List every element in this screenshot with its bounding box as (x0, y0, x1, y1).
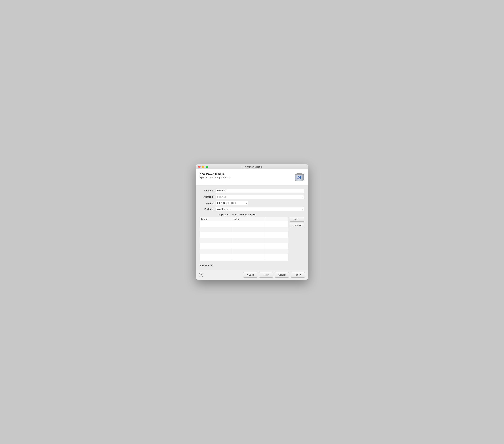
table-row (200, 249, 288, 254)
cell-name-2 (200, 227, 232, 232)
help-button[interactable]: ? (199, 273, 203, 277)
group-id-label: Group Id: (200, 189, 216, 192)
group-id-chevron-icon: ⌄ (302, 190, 303, 192)
back-button[interactable]: < Back (243, 272, 257, 278)
table-buttons: Add... Remove (290, 217, 304, 261)
advanced-section[interactable]: ▶ Advanced (200, 264, 304, 266)
artifact-id-label: Artifact Id: (200, 195, 216, 198)
footer-right: < Back Next > Cancel Finish (243, 272, 305, 278)
window-controls (198, 166, 208, 168)
window-title: New Maven Module (242, 165, 262, 168)
properties-label: Properties available from archetype: (218, 213, 304, 216)
svg-rect-4 (296, 175, 303, 175)
dialog-footer: ? < Back Next > Cancel Finish (196, 270, 308, 280)
version-value: 0.0.1-SNAPSHOT (217, 202, 236, 204)
column-value-header: Value (232, 217, 265, 221)
cell-name-7 (200, 254, 232, 259)
cell-name-3 (200, 232, 232, 238)
cell-extra-5 (265, 243, 288, 249)
group-id-value: com.bug (217, 189, 226, 192)
title-bar: New Maven Module (196, 164, 308, 169)
version-select[interactable]: 0.0.1-SNAPSHOT ⌄ (216, 201, 248, 205)
footer-left: ? (199, 273, 203, 277)
cell-name-6 (200, 249, 232, 254)
group-id-row: Group Id: com.bug ⌄ (200, 189, 304, 193)
cell-value-3 (232, 232, 265, 238)
dialog-title: New Maven Module (200, 172, 231, 176)
artifact-id-chevron-icon: ⌄ (302, 196, 303, 198)
close-button[interactable] (198, 166, 200, 168)
artifact-id-input[interactable]: bug.web ⌄ (216, 195, 304, 199)
minimize-button[interactable] (202, 166, 204, 168)
column-name-header: Name (200, 217, 232, 221)
remove-button[interactable]: Remove (290, 223, 304, 227)
properties-table: Name Value (200, 217, 288, 261)
cell-value-2 (232, 227, 265, 232)
dialog-content: Group Id: com.bug ⌄ Artifact Id: bug.web… (196, 185, 308, 270)
table-body (200, 221, 288, 261)
cell-value-7 (232, 254, 265, 259)
advanced-label: Advanced (202, 264, 213, 266)
cell-name-5 (200, 243, 232, 249)
table-row (200, 221, 288, 227)
table-row (200, 232, 288, 238)
dialog-header: New Maven Module Specify Archetype param… (196, 169, 308, 185)
artifact-id-value: bug.web (217, 195, 226, 198)
version-label: Version: (200, 202, 216, 204)
package-row: Package: com.bug.web ⌄ (200, 207, 304, 211)
maven-icon: M (294, 172, 304, 182)
table-row (200, 238, 288, 243)
finish-button[interactable]: Finish (291, 272, 305, 278)
package-chevron-icon: ⌄ (302, 208, 303, 210)
group-id-input[interactable]: com.bug ⌄ (216, 189, 304, 193)
table-row (200, 243, 288, 249)
properties-area: Name Value (200, 217, 304, 261)
header-text: New Maven Module Specify Archetype param… (200, 172, 231, 179)
advanced-triangle-icon: ▶ (200, 264, 201, 266)
cell-name-1 (200, 221, 232, 227)
version-chevron-icon: ⌄ (246, 202, 247, 204)
cell-value-1 (232, 221, 265, 227)
artifact-id-row: Artifact Id: bug.web ⌄ (200, 195, 304, 199)
cell-extra-6 (265, 249, 288, 254)
next-button[interactable]: Next > (259, 272, 273, 278)
table-row (200, 254, 288, 259)
cancel-button[interactable]: Cancel (275, 272, 289, 278)
package-value: com.bug.web (217, 208, 231, 211)
version-row: Version: 0.0.1-SNAPSHOT ⌄ (200, 201, 304, 205)
package-label: Package: (200, 208, 216, 211)
cell-value-5 (232, 243, 265, 249)
maximize-button[interactable] (206, 166, 208, 168)
table-header: Name Value (200, 217, 288, 221)
dialog-subtitle: Specify Archetype parameters (200, 176, 231, 179)
cell-value-6 (232, 249, 265, 254)
table-row (200, 227, 288, 232)
add-button[interactable]: Add... (290, 217, 304, 222)
package-input[interactable]: com.bug.web ⌄ (216, 207, 304, 211)
cell-extra-4 (265, 238, 288, 243)
cell-name-4 (200, 238, 232, 243)
dialog-window: New Maven Module New Maven Module Specif… (196, 164, 308, 280)
svg-text:M: M (297, 175, 301, 179)
cell-extra-3 (265, 232, 288, 238)
cell-extra-2 (265, 227, 288, 232)
cell-extra-1 (265, 221, 288, 227)
column-extra-header (265, 217, 288, 221)
cell-extra-7 (265, 254, 288, 259)
cell-value-4 (232, 238, 265, 243)
